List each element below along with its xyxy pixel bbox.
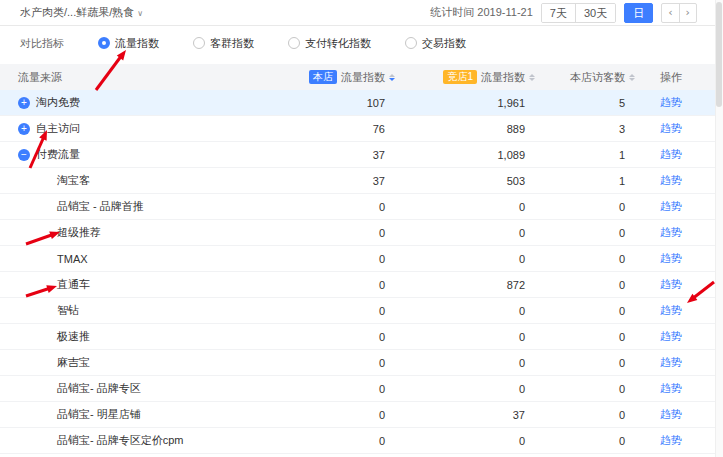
column-header-competitor-index[interactable]: 竞店1 流量指数: [401, 70, 541, 85]
value-competitor-index: 0: [401, 253, 541, 265]
source-name: 品销宝- 明星店铺: [57, 407, 141, 422]
trend-link[interactable]: 趋势: [660, 252, 682, 264]
scrollbar[interactable]: [715, 0, 723, 457]
prev-date-icon[interactable]: ‹: [662, 4, 678, 22]
scrollbar-thumb[interactable]: [716, 2, 722, 107]
value-own-index: 0: [306, 227, 401, 239]
action-cell: 趋势: [641, 433, 701, 448]
action-cell: 趋势: [641, 95, 701, 110]
source-cell: 极速推: [18, 329, 306, 344]
source-name: 付费流量: [36, 147, 80, 162]
collapse-icon[interactable]: −: [18, 149, 30, 161]
trend-link[interactable]: 趋势: [660, 382, 682, 394]
table-row[interactable]: 麻吉宝000趋势: [0, 350, 723, 376]
action-cell: 趋势: [641, 121, 701, 136]
chevron-down-icon: ∨: [137, 9, 143, 18]
action-cell: 趋势: [641, 407, 701, 422]
action-header-label: 操作: [660, 70, 682, 85]
table-row[interactable]: 淘宝客375031趋势: [0, 168, 723, 194]
trend-link[interactable]: 趋势: [660, 200, 682, 212]
source-name: 麻吉宝: [57, 355, 90, 370]
value-own-visitors: 0: [541, 383, 641, 395]
source-name: TMAX: [57, 253, 88, 265]
stat-time-date: 2019-11-21: [477, 6, 532, 18]
breadcrumb[interactable]: 水产肉类/...鲜蔬果/熟食 ∨: [20, 5, 143, 20]
source-name: 淘宝客: [57, 173, 90, 188]
value-own-visitors: 0: [541, 435, 641, 447]
sort-icon-competitor-index[interactable]: [529, 74, 535, 81]
source-cell: 品销宝 - 品牌首推: [18, 199, 306, 214]
value-own-visitors: 0: [541, 279, 641, 291]
table-row[interactable]: 极速推000趋势: [0, 324, 723, 350]
trend-link[interactable]: 趋势: [660, 304, 682, 316]
source-name: 直通车: [57, 277, 90, 292]
value-own-index: 0: [306, 383, 401, 395]
table-row[interactable]: 品销宝 - 品牌首推000趋势: [0, 194, 723, 220]
metric-option-trade-index[interactable]: 交易指数: [405, 36, 466, 51]
value-own-index: 0: [306, 201, 401, 213]
range-7d-button[interactable]: 7天: [542, 4, 575, 22]
trend-link[interactable]: 趋势: [660, 330, 682, 342]
table-row[interactable]: 智钻000趋势: [0, 298, 723, 324]
source-name: 自主访问: [36, 121, 80, 136]
action-cell: 趋势: [641, 303, 701, 318]
expand-icon[interactable]: +: [18, 97, 30, 109]
metric-option-label: 客群指数: [210, 36, 254, 51]
range-30d-button[interactable]: 30天: [575, 4, 615, 22]
value-own-index: 37: [306, 175, 401, 187]
value-competitor-index: 0: [401, 227, 541, 239]
stat-time-text: 统计时间 2019-11-21: [430, 5, 533, 20]
trend-link[interactable]: 趋势: [660, 434, 682, 446]
table-row[interactable]: +淘内免费1071,9615趋势: [0, 90, 723, 116]
source-name: 品销宝 - 品牌首推: [57, 199, 144, 214]
trend-link[interactable]: 趋势: [660, 96, 682, 108]
table-row[interactable]: 品销宝- 品牌专区000趋势: [0, 376, 723, 402]
radio-icon: [98, 37, 110, 49]
traffic-source-table: 流量来源 本店 流量指数 竞店1 流量指数 本店访客数 操作 +淘内免费1071…: [0, 64, 723, 454]
value-competitor-index: 0: [401, 305, 541, 317]
column-header-own-visitors[interactable]: 本店访客数: [541, 70, 641, 85]
table-row[interactable]: 品销宝- 品牌专区定价cpm000趋势: [0, 428, 723, 454]
expand-icon[interactable]: +: [18, 123, 30, 135]
value-own-index: 76: [306, 123, 401, 135]
sort-icon-own-visitors[interactable]: [629, 74, 635, 81]
source-cell: 淘宝客: [18, 173, 306, 188]
breadcrumb-label: 水产肉类/...鲜蔬果/熟食: [20, 5, 134, 20]
trend-link[interactable]: 趋势: [660, 408, 682, 420]
value-competitor-index: 0: [401, 357, 541, 369]
value-own-visitors: 0: [541, 227, 641, 239]
column-header-own-index[interactable]: 本店 流量指数: [306, 70, 401, 85]
metric-option-conversion-index[interactable]: 支付转化指数: [288, 36, 371, 51]
sort-icon-own-index[interactable]: [389, 74, 395, 81]
table-row[interactable]: 直通车08720趋势: [0, 272, 723, 298]
action-cell: 趋势: [641, 329, 701, 344]
trend-link[interactable]: 趋势: [660, 278, 682, 290]
value-own-visitors: 0: [541, 331, 641, 343]
trend-link[interactable]: 趋势: [660, 356, 682, 368]
table-row[interactable]: +自主访问768893趋势: [0, 116, 723, 142]
topbar-right: 统计时间 2019-11-21 7天 30天 日 ‹ ›: [430, 3, 697, 23]
trend-link[interactable]: 趋势: [660, 226, 682, 238]
range-day-button[interactable]: 日: [624, 3, 653, 23]
source-name: 品销宝- 品牌专区定价cpm: [57, 433, 184, 448]
competitor-badge: 竞店1: [443, 70, 477, 84]
trend-link[interactable]: 趋势: [660, 122, 682, 134]
next-date-icon[interactable]: ›: [679, 4, 696, 22]
table-row[interactable]: −付费流量371,0891趋势: [0, 142, 723, 168]
table-row[interactable]: 超级推荐000趋势: [0, 220, 723, 246]
action-cell: 趋势: [641, 225, 701, 240]
table-row[interactable]: 品销宝- 明星店铺0370趋势: [0, 402, 723, 428]
value-competitor-index: 0: [401, 331, 541, 343]
trend-link[interactable]: 趋势: [660, 174, 682, 186]
trend-link[interactable]: 趋势: [660, 148, 682, 160]
metric-option-customer-index[interactable]: 客群指数: [193, 36, 254, 51]
own-index-label: 流量指数: [341, 70, 385, 85]
metric-option-traffic-index[interactable]: 流量指数: [98, 36, 159, 51]
competitor-index-label: 流量指数: [481, 70, 525, 85]
table-row[interactable]: TMAX000趋势: [0, 246, 723, 272]
column-header-action: 操作: [641, 70, 701, 85]
value-own-index: 0: [306, 279, 401, 291]
source-cell: TMAX: [18, 253, 306, 265]
action-cell: 趋势: [641, 173, 701, 188]
action-cell: 趋势: [641, 277, 701, 292]
